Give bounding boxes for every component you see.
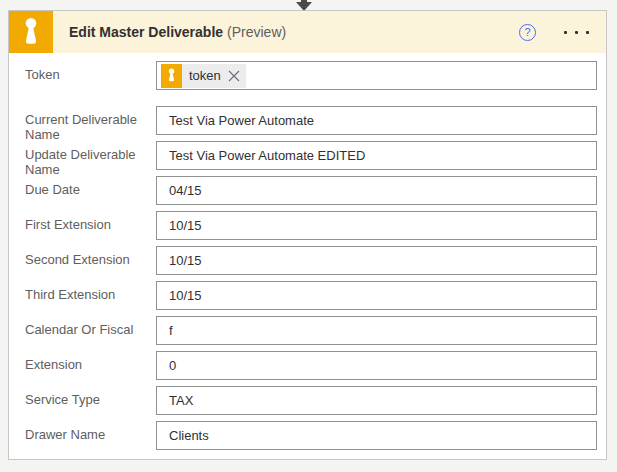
- token-pill[interactable]: token: [161, 64, 246, 88]
- action-title: Edit Master Deliverable(Preview): [69, 24, 286, 40]
- field-row-third-extension: Third Extension: [25, 281, 597, 310]
- field-label-first-extension: First Extension: [25, 211, 156, 232]
- field-label-calendar-or-fiscal: Calendar Or Fiscal: [25, 316, 156, 337]
- close-icon: [228, 70, 240, 82]
- question-mark-icon: ?: [524, 26, 530, 38]
- field-row-update-deliverable-name: Update Deliverable Name: [25, 141, 597, 170]
- ellipsis-icon: [564, 31, 567, 34]
- third-extension-input[interactable]: [156, 281, 597, 310]
- update-deliverable-name-input[interactable]: [156, 141, 597, 170]
- token-input[interactable]: token: [156, 61, 597, 90]
- keyhole-icon: [166, 67, 177, 84]
- token-connector-icon: [161, 64, 182, 88]
- remove-token-button[interactable]: [226, 68, 246, 84]
- field-label-due-date: Due Date: [25, 176, 156, 197]
- field-label-drawer-name: Drawer Name: [25, 421, 156, 442]
- due-date-input[interactable]: [156, 176, 597, 205]
- field-row-extension: Extension: [25, 351, 597, 380]
- calendar-or-fiscal-input[interactable]: [156, 316, 597, 345]
- field-label-current-deliverable-name: Current Deliverable Name: [25, 106, 156, 142]
- connector-icon: [9, 11, 53, 53]
- action-card-body: Token token: [9, 53, 606, 450]
- action-title-text: Edit Master Deliverable: [69, 24, 223, 40]
- field-label-service-type: Service Type: [25, 386, 156, 407]
- current-deliverable-name-input[interactable]: [156, 106, 597, 135]
- field-label-third-extension: Third Extension: [25, 281, 156, 302]
- field-row-current-deliverable-name: Current Deliverable Name: [25, 106, 597, 135]
- field-row-drawer-name: Drawer Name: [25, 421, 597, 450]
- token-pill-label: token: [182, 68, 226, 83]
- field-label-update-deliverable-name: Update Deliverable Name: [25, 141, 156, 177]
- field-row-first-extension: First Extension: [25, 211, 597, 240]
- keyhole-icon: [20, 16, 42, 48]
- ellipsis-icon: [586, 31, 589, 34]
- header-actions: ?: [519, 24, 606, 41]
- service-type-input[interactable]: [156, 386, 597, 415]
- field-row-service-type: Service Type: [25, 386, 597, 415]
- first-extension-input[interactable]: [156, 211, 597, 240]
- second-extension-input[interactable]: [156, 246, 597, 275]
- flow-designer-canvas: { "page": { "background": "#f4f4f3" }, "…: [0, 0, 617, 472]
- field-label-second-extension: Second Extension: [25, 246, 156, 267]
- help-button[interactable]: ?: [519, 24, 536, 41]
- drawer-name-input[interactable]: [156, 421, 597, 450]
- field-row-second-extension: Second Extension: [25, 246, 597, 275]
- ellipsis-icon: [575, 31, 578, 34]
- field-row-due-date: Due Date: [25, 176, 597, 205]
- preview-badge: (Preview): [227, 24, 286, 40]
- field-row-calendar-or-fiscal: Calendar Or Fiscal: [25, 316, 597, 345]
- action-card-edit-master-deliverable: Edit Master Deliverable(Preview) ? Token: [8, 10, 607, 460]
- field-label-extension: Extension: [25, 351, 156, 372]
- field-row-token: Token token: [25, 61, 597, 90]
- extension-input[interactable]: [156, 351, 597, 380]
- field-label-token: Token: [25, 61, 156, 82]
- menu-button[interactable]: [562, 27, 591, 38]
- action-card-header[interactable]: Edit Master Deliverable(Preview) ?: [9, 11, 606, 53]
